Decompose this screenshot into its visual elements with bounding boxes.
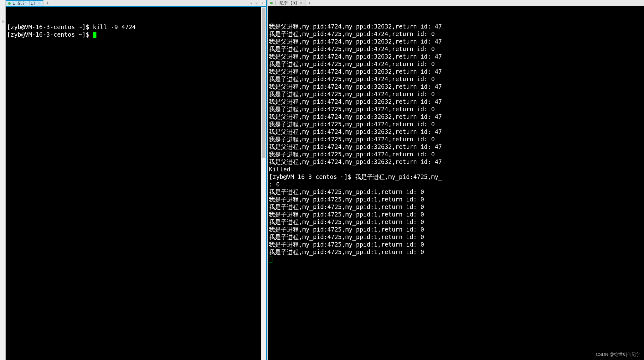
terminal-line: 我是子进程,my_pid:4725,my_ppid:4724,return id… [269,60,643,68]
terminal-line: 我是子进程,my_pid:4725,my_ppid:1,return id: 0 [269,188,643,196]
close-icon[interactable]: × [299,1,303,5]
terminal-line: 我是父进程,my_pid:4724,my_ppid:32632,return i… [269,68,643,75]
terminal-line: 我是子进程,my_pid:4725,my_ppid:1,return id: 0 [269,211,643,218]
add-tab-button[interactable]: + [44,0,52,6]
terminal-line: 我是子进程,my_pid:4725,my_ppid:4724,return id… [269,75,643,83]
scrollbar-vertical-left[interactable] [261,7,266,360]
terminal-line: [zyb@VM-16-3-centos ~]$ [7,31,265,38]
terminal-line: : 0 [269,180,643,188]
terminal-line: 我是子进程,my_pid:4725,my_ppid:1,return id: 0 [269,233,643,241]
terminal-line: 我是父进程,my_pid:4724,my_ppid:32632,return i… [269,83,643,90]
close-icon[interactable]: × [37,1,41,6]
left-pane: 1 纪宁 [1] × + ◄ ► ▾ [zyb@VM-16-3-centos ~… [6,0,267,360]
tab-left-1[interactable]: 1 纪宁 [1] × [6,0,44,6]
cursor-icon [269,257,272,263]
status-dot-icon [8,2,11,5]
terminal-right[interactable]: 我是父进程,my_pid:4724,my_ppid:32632,return i… [268,6,644,360]
terminal-line: 我是子进程,my_pid:4725,my_ppid:4724,return id… [269,120,643,128]
terminal-line: 我是子进程,my_pid:4725,my_ppid:4724,return id… [269,150,643,158]
terminal-line: 我是子进程,my_pid:4725,my_ppid:1,return id: 0 [269,241,643,248]
terminal-line: 我是子进程,my_pid:4725,my_ppid:4724,return id… [269,30,643,38]
terminal-line: [zyb@VM-16-3-centos ~]$ 我是子进程,my_pid:472… [269,173,643,180]
tab-label: 1 纪宁 [1] [13,1,35,6]
terminal-line [269,256,643,263]
tab-nav-left: ◄ ► ▾ [249,1,265,5]
terminal-left[interactable]: [zyb@VM-16-3-centos ~]$ kill -9 4724[zyb… [6,6,266,360]
terminal-line: 我是父进程,my_pid:4724,my_ppid:32632,return i… [269,38,643,45]
right-pane: 1 纪宁 [0] × + 我是父进程,my_pid:4724,my_ppid:3… [268,0,644,360]
terminal-line: 我是子进程,my_pid:4725,my_ppid:4724,return id… [269,105,643,113]
terminal-line: Killed [269,165,643,173]
watermark: CSDN @绝世剑仙纪宁 [596,351,640,358]
tab-right-1[interactable]: 1 纪宁 [0] × [268,0,306,6]
tab-bar-right: 1 纪宁 [0] × + [268,0,644,6]
terminal-line: 我是父进程,my_pid:4724,my_ppid:32632,return i… [269,23,643,30]
tab-dropdown-icon[interactable]: ▾ [260,1,265,5]
terminal-line: 我是子进程,my_pid:4725,my_ppid:1,return id: 0 [269,218,643,226]
tab-label: 1 纪宁 [0] [275,0,297,6]
terminal-line: 我是父进程,my_pid:4724,my_ppid:32632,return i… [269,128,643,135]
terminal-line: 我是子进程,my_pid:4725,my_ppid:1,return id: 0 [269,203,643,211]
terminal-line: 我是子进程,my_pid:4725,my_ppid:4724,return id… [269,135,643,143]
terminal-line: 我是父进程,my_pid:4724,my_ppid:32632,return i… [269,98,643,105]
terminal-line: 我是父进程,my_pid:4724,my_ppid:32632,return i… [269,53,643,60]
status-dot-icon [270,2,273,4]
terminal-line: 我是子进程,my_pid:4725,my_ppid:1,return id: 0 [269,196,643,203]
cursor-icon [93,32,96,38]
tab-bar-left: 1 纪宁 [1] × + ◄ ► ▾ [6,0,266,6]
terminal-line: 我是子进程,my_pid:4725,my_ppid:4724,return id… [269,90,643,98]
left-gutter: 凡 [0,0,6,360]
terminal-line: 我是子进程,my_pid:4725,my_ppid:4724,return id… [269,45,643,53]
tab-prev-icon[interactable]: ◄ [249,1,253,5]
terminal-line: 我是子进程,my_pid:4725,my_ppid:1,return id: 0 [269,248,643,256]
terminal-line: [zyb@VM-16-3-centos ~]$ kill -9 4724 [7,23,265,31]
add-tab-button[interactable]: + [306,0,314,6]
scrollbar-thumb[interactable] [262,8,265,158]
tab-next-icon[interactable]: ► [255,1,259,5]
terminal-line: 我是子进程,my_pid:4725,my_ppid:1,return id: 0 [269,226,643,233]
terminal-line: 我是父进程,my_pid:4724,my_ppid:32632,return i… [269,143,643,150]
terminal-line: 我是父进程,my_pid:4724,my_ppid:32632,return i… [269,113,643,120]
terminal-line: 我是父进程,my_pid:4724,my_ppid:32632,return i… [269,158,643,165]
